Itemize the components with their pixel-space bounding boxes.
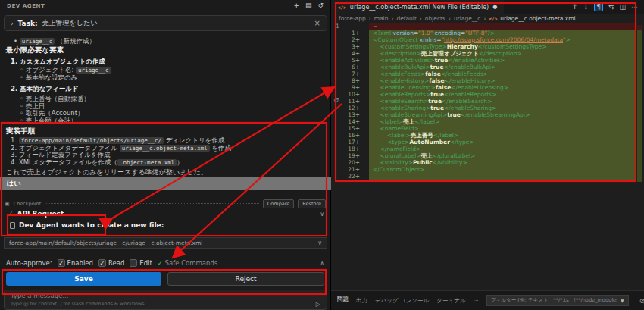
split-editor-icon[interactable]: ◫ — [619, 3, 626, 11]
code-token: <label> — [373, 118, 403, 125]
layout-icon[interactable]: ▤ — [305, 2, 312, 9]
added-line: 8+ <enableHistory>false</enableHistory> — [331, 77, 636, 84]
chevron-up-icon[interactable]: ∧ — [320, 260, 324, 267]
breadcrumb-item[interactable]: uriage__c.object-meta.xml — [500, 15, 575, 22]
line-content: <enableFeeds>false</enableFeeds> — [369, 70, 636, 77]
list-item: ◦ 基本的な設定のみ — [20, 74, 111, 82]
code-token: "1.0" — [418, 30, 433, 36]
added-line: 10+ <enableReports>true</enableReports> — [331, 91, 636, 98]
chevron-down-icon[interactable]: ∨ — [320, 211, 324, 218]
filter-funnel-icon[interactable]: ▼ — [621, 298, 624, 303]
code-token: <visibility> — [373, 159, 413, 166]
deleted-line: 1− — [331, 23, 636, 30]
chevron-right-icon[interactable]: › — [11, 20, 14, 27]
line-number: 1+ — [331, 30, 369, 36]
line-content: <enableReports>true</enableReports> — [369, 91, 636, 98]
editor-tab[interactable]: </> uriage__c.object-meta.xml New File (… — [331, 0, 504, 14]
line-number: 8+ — [331, 77, 369, 84]
restore-button[interactable]: Restore — [298, 199, 326, 208]
compare-button[interactable]: Compare — [263, 199, 295, 208]
code-token: <CustomObject — [373, 36, 420, 43]
code-token: <type> — [373, 139, 409, 146]
code-token: </CustomObject> — [373, 166, 424, 173]
item-text: 取引先（Account） — [26, 109, 84, 117]
new-chat-icon[interactable]: + — [293, 2, 299, 9]
more-actions-icon[interactable]: ⋯ — [631, 3, 638, 11]
modified-dot-icon[interactable]: ● — [492, 4, 497, 10]
task-label: 売上管理をしたい — [42, 18, 98, 28]
dev-agent-header: DEV AGENT +▤↺ — [0, 0, 330, 11]
code-token: <pluralLabel> — [373, 152, 421, 159]
panel-tab-デバッグ コンソール[interactable]: デバッグ コンソール — [375, 297, 429, 305]
step-text: オブジェクトメタデータファイル — [19, 144, 120, 152]
code-token: <?xml — [373, 30, 392, 36]
bottom-panel: 問題出力デバッグ コンソールターミナル··· フィルター (例: テキスト、**… — [331, 290, 644, 310]
history-icon[interactable]: ↺ — [317, 2, 324, 9]
step1-items: ◦ オブジェクト名: uriage__c◦ 基本的な設定のみ — [20, 67, 111, 81]
breadcrumb-item[interactable]: uriage__c — [454, 15, 481, 22]
save-button[interactable]: Save — [6, 272, 161, 286]
message-input[interactable]: Type a message... — [11, 292, 320, 299]
whitespace-icon[interactable]: ¶ — [594, 2, 603, 11]
next-change-icon[interactable]: ↓ — [583, 3, 589, 11]
new-file-notice: Dev Agent wants to create a new file: — [10, 221, 164, 229]
object-bullet: • uriage__c （新規作成） — [14, 37, 95, 45]
added-line: 16+ <label>売上番号</label> — [331, 132, 636, 139]
object-bullet-suffix: （新規作成） — [57, 37, 95, 45]
approve-option-read[interactable]: ✓Read — [98, 259, 124, 267]
code-token: </enableLicensing> — [451, 84, 508, 91]
breadcrumb-item[interactable]: main — [374, 15, 389, 22]
breadcrumb-separator: › — [483, 15, 486, 22]
panel-tab-ターミナル[interactable]: ターミナル — [436, 297, 465, 305]
dev-agent-panel: DEV AGENT +▤↺ › Task: 売上管理をしたい × • uriag… — [0, 0, 331, 310]
auto-approve-label: Auto-approve: — [6, 259, 52, 267]
panel-tab-出力[interactable]: 出力 — [356, 297, 367, 305]
diff-editor[interactable]: 1−1+<?xml version="1.0" encoding="UTF-8"… — [331, 23, 636, 290]
task-item[interactable]: › Task: 売上管理をしたい × — [4, 15, 327, 31]
api-request-row[interactable]: ✓ API Request ∨ — [8, 210, 324, 218]
panel-tab-···[interactable]: ··· — [474, 297, 479, 304]
approve-option-edit[interactable]: Edit — [130, 259, 152, 267]
send-icon[interactable]: ▷ — [316, 301, 320, 308]
step-text: ） — [177, 158, 183, 166]
checkpoint-label: Checkpoint — [14, 201, 42, 207]
message-composer[interactable]: Type a message... Type @ for context, / … — [4, 290, 327, 310]
code-token: <enableLicensing> — [373, 84, 436, 91]
checkbox-icon[interactable]: ✓ — [98, 259, 106, 267]
breadcrumb-separator: › — [420, 15, 422, 22]
filter-input[interactable]: フィルター (例: テキスト、**/*.ts、!**/node_modules/… — [486, 295, 629, 306]
task-label-prefix: Task: — [18, 20, 38, 27]
revert-gutter-icon[interactable]: ↺ — [333, 96, 339, 104]
prev-change-icon[interactable]: ↑ — [572, 3, 578, 11]
checkbox-icon[interactable] — [130, 259, 137, 267]
overview-ruler[interactable] — [636, 23, 644, 290]
breadcrumb-item[interactable]: force-app — [339, 15, 366, 22]
breadcrumb[interactable]: force-app›main›default›objects›uriage__c… — [331, 14, 644, 23]
added-line: 6+ <enableBulkApi>true</enableBulkApi> — [331, 64, 636, 70]
breadcrumb-item[interactable]: default — [396, 15, 416, 22]
code-token: true — [428, 98, 442, 105]
step1-title: 1. カスタムオブジェクトの作成 — [11, 58, 105, 65]
added-line: 3+ <customSettingsType>Hierarchy</custom… — [331, 43, 636, 50]
approve-option-enabled[interactable]: ✓Enabled — [58, 259, 93, 267]
bullet-marker: ◦ — [20, 95, 26, 102]
editor-tab-bar: </> uriage__c.object-meta.xml New File (… — [331, 0, 644, 14]
line-content: <label>売上</label> — [369, 118, 636, 125]
code-token: </type> — [450, 139, 474, 146]
auto-approve-row: Auto-approve: ✓Enabled✓ReadEdit ✓ Safe C… — [6, 259, 324, 267]
user-message-bubble: はい — [0, 177, 331, 190]
line-content — [369, 173, 636, 180]
chevron-down-icon[interactable]: ∨ — [317, 240, 322, 246]
close-icon[interactable]: × — [314, 19, 320, 27]
code-token: <enableFeeds> — [373, 70, 425, 77]
file-path-row[interactable]: force-app/main/default/objects/uriage__c… — [4, 237, 327, 249]
panel-tab-問題[interactable]: 問題 — [337, 296, 349, 305]
code-token: <enableSearch> — [373, 98, 428, 105]
line-number: 22+ — [331, 173, 369, 180]
clear-output-icon[interactable]: ⊘ — [639, 297, 644, 305]
added-line: 20+ <visibility>Public</visibility> — [331, 159, 636, 166]
open-changes-icon[interactable]: ⇆ — [608, 3, 614, 11]
reject-button[interactable]: Reject — [167, 272, 324, 286]
breadcrumb-item[interactable]: objects — [425, 15, 445, 22]
checkbox-icon[interactable]: ✓ — [58, 259, 65, 267]
